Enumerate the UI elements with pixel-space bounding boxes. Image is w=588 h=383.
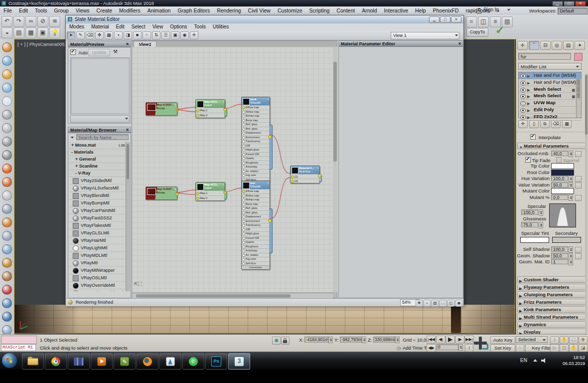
pan-tool-icon[interactable]: ◉ <box>180 31 189 39</box>
browser-options-icon[interactable] <box>71 137 74 139</box>
x-spinner[interactable] <box>328 337 333 343</box>
node-multisub[interactable]: Material #...Multi/Sub-...▪(2)(3) <box>290 166 320 184</box>
node-slot-hilight-gloss[interactable]: Hilight gloss <box>242 231 270 236</box>
visibility-eye-icon[interactable] <box>520 108 526 113</box>
phoenixfd-toolbar-icon[interactable] <box>2 244 12 254</box>
undo-icon[interactable]: ↶ <box>1 16 12 27</box>
material-item-vrayfastsss2[interactable]: VRayFastSSS2 <box>69 214 127 222</box>
percent-snap-icon[interactable]: ◫ <box>560 344 569 352</box>
input-socket[interactable] <box>242 215 245 218</box>
phoenixfd-toolbar-icon[interactable] <box>2 177 12 187</box>
browser-header[interactable]: Material/Map Browser✕ <box>68 127 131 133</box>
param-spinner[interactable] <box>569 194 573 201</box>
auto-key-button[interactable]: Auto Key <box>490 336 515 344</box>
material-item-vraypointparticlemtl[interactable]: VRayPointParticleMtl <box>69 289 127 291</box>
rollout-kink-parameters[interactable]: ▶Kink Parameters <box>517 306 586 313</box>
pin-stack-icon[interactable]: ✛ <box>518 120 528 128</box>
browser-group-general[interactable]: + General <box>69 156 127 163</box>
material-item-vrayoslmtl[interactable]: VRayOSLMtl <box>69 274 127 282</box>
visibility-eye-icon[interactable] <box>520 101 526 106</box>
input-socket[interactable] <box>196 197 199 200</box>
input-socket[interactable] <box>242 166 245 169</box>
node-header[interactable]: Map #13527...Bitmap▪ <box>146 103 177 115</box>
tip-fade-checkbox[interactable] <box>525 157 531 163</box>
visibility-eye-icon[interactable] <box>520 81 526 85</box>
pan-hand-icon[interactable]: ✥ <box>416 300 423 307</box>
input-socket[interactable] <box>242 174 245 177</box>
show-hidden-icons[interactable] <box>533 359 537 362</box>
node-slot-self-illum[interactable]: Self-illum. <box>242 261 270 266</box>
z-coordinate-field[interactable]: 330,688mm <box>373 337 395 343</box>
node-slot-refract-map[interactable]: Refract map <box>242 114 270 118</box>
node-output-socket[interactable] <box>175 192 179 195</box>
node-collapse-icon[interactable]: ▪ <box>268 182 269 185</box>
input-socket[interactable] <box>242 128 245 131</box>
phoenixfd-toolbar-icon[interactable] <box>2 312 12 322</box>
modifier-edit-poly[interactable]: ▶Edit Poly <box>519 107 581 114</box>
node-vraymtl[interactable]: backVRayMtl▪Diffuse mapReflect mapRefrac… <box>241 97 270 182</box>
material-item-vrayflakesmtl[interactable]: VRayFlakesMtl <box>69 222 127 229</box>
node-collapse-icon[interactable]: ▪ <box>223 100 224 104</box>
node-slot-refl-gloss[interactable]: Refl. gloss. <box>242 122 270 127</box>
input-socket[interactable] <box>242 254 245 257</box>
input-socket[interactable] <box>242 245 245 248</box>
tab-display[interactable]: ▤ <box>563 41 574 50</box>
eraser-icon[interactable]: ⌫ <box>86 31 94 39</box>
menu-graph-editors[interactable]: Graph Editors <box>174 6 213 14</box>
input-socket[interactable] <box>242 115 245 118</box>
node-slot-refl-gloss[interactable]: Refl. gloss. <box>242 206 270 210</box>
phoenixfd-toolbar-icon[interactable] <box>2 325 12 335</box>
slate-menu-modes[interactable]: Modes <box>66 23 88 30</box>
node-slot-environment[interactable]: Environment <box>242 135 270 140</box>
node-slot-ior[interactable]: IOR <box>242 144 270 148</box>
menu-views[interactable]: Views <box>72 6 93 14</box>
expand-arrow-icon[interactable]: ▶ <box>527 73 530 80</box>
node-footer[interactable]: Connection <box>242 265 270 269</box>
menu-modifiers[interactable]: Modifiers <box>116 6 144 14</box>
input-socket[interactable] <box>242 211 245 214</box>
phoenixfd-toolbar-icon[interactable] <box>2 217 12 227</box>
preview-large-icon[interactable]: ■ <box>133 31 142 39</box>
visibility-eye-icon[interactable] <box>520 94 526 99</box>
zoom-extents-icon[interactable]: ⛶ <box>440 300 446 307</box>
clock[interactable]: 18:52 06.03.2019 <box>563 354 585 367</box>
node-header[interactable]: testVRayMtl▪ <box>242 181 270 189</box>
archicad-icon[interactable] <box>159 353 181 370</box>
color-swatch[interactable] <box>551 188 574 194</box>
input-socket[interactable] <box>196 192 199 195</box>
phoenixfd-toolbar-icon[interactable] <box>2 42 12 52</box>
pencil-icon[interactable]: ✎ <box>76 31 85 39</box>
slate-menu-tools[interactable]: Tools <box>191 23 209 30</box>
show-maps-icon[interactable]: ⁘ <box>143 31 151 39</box>
node-header[interactable]: backVRayMtl▪ <box>242 97 270 105</box>
parameter-editor-header[interactable]: Material Parameter Editor✕ <box>339 41 463 47</box>
phoenixfd-toolbar-icon[interactable] <box>2 298 12 308</box>
whatsapp-icon[interactable]: ✆ <box>182 353 204 370</box>
expand-arrow-icon[interactable]: ▶ <box>527 80 530 87</box>
menu-file[interactable]: File <box>0 6 15 14</box>
update-button[interactable]: Update <box>88 49 110 56</box>
node-header[interactable]: Material #...Multi/Sub-...▪ <box>291 166 319 174</box>
show-end-result-icon[interactable]: ▯ <box>529 120 539 128</box>
rollout-display[interactable]: ▶Display <box>517 329 586 334</box>
node-slot-displacement[interactable]: Displacement <box>242 131 270 135</box>
material-item-vraymtlwrapper[interactable]: VRayMtlWrapper <box>69 267 127 274</box>
input-socket[interactable] <box>242 153 245 156</box>
rollout-flyaway-parameters[interactable]: ▶Flyaway Parameters <box>517 284 586 290</box>
node-slot-opacity[interactable]: Opacity <box>242 240 270 244</box>
exposure-control-icon[interactable]: 💡 <box>49 27 60 38</box>
squirrel-checkbox[interactable] <box>556 157 562 163</box>
slate-maximize-button[interactable]: ▢ <box>440 16 450 23</box>
slate-menu-view[interactable]: View <box>149 23 167 30</box>
node-slot-ior[interactable]: IOR <box>242 227 270 232</box>
node-slot-displacement[interactable]: Displacement <box>242 214 270 219</box>
render-production-icon[interactable]: ▣ <box>37 27 48 38</box>
browser-group-materials[interactable]: - Materials <box>69 149 127 156</box>
input-socket[interactable] <box>196 109 199 112</box>
param-spinner[interactable] <box>569 182 573 189</box>
menu-scripting[interactable]: Scripting <box>306 6 333 14</box>
node-slot-3[interactable]: (3) <box>291 179 319 183</box>
material-item-vrayoverridemtl[interactable]: VRayOverrideMtl <box>69 282 127 289</box>
layout-all-icon[interactable]: ▦ <box>105 31 113 39</box>
redo-icon[interactable]: ↷ <box>13 16 24 27</box>
